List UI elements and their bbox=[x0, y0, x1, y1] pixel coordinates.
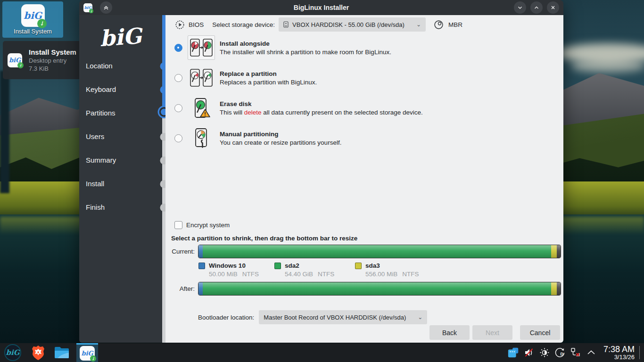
option-install-alongside[interactable]: Install alongside The installer will shr… bbox=[174, 35, 391, 60]
download-badge-icon: ↓ bbox=[37, 19, 47, 28]
svg-text:D: D bbox=[561, 352, 564, 356]
bootloader-value: Master Boot Record of VBOX HARDDISK (/de… bbox=[264, 314, 406, 321]
download-badge-icon: ↓ bbox=[17, 62, 24, 68]
cancel-button[interactable]: Cancel bbox=[520, 325, 560, 340]
option-description: The installer will shrink a partition to… bbox=[220, 49, 391, 56]
biglinux-menu-icon: biG bbox=[4, 344, 21, 361]
partition-segment-windows10[interactable] bbox=[198, 282, 203, 295]
radio-install-alongside[interactable] bbox=[174, 44, 182, 52]
window-icon: biG ↓ bbox=[83, 3, 92, 12]
encrypt-system-label: Encrypt system bbox=[186, 222, 230, 229]
after-partition-bar[interactable] bbox=[198, 282, 561, 296]
app-menu-button[interactable]: biG bbox=[4, 344, 22, 362]
taskbar-install-system-active[interactable]: biG ↓ bbox=[76, 343, 98, 362]
option-replace-partition[interactable]: Replace a partition Replaces a partition… bbox=[174, 66, 317, 90]
brave-browser-launcher[interactable] bbox=[29, 344, 47, 362]
partition-segment-windows10[interactable] bbox=[198, 245, 203, 258]
biglinux-installer-icon: biG ↓ bbox=[8, 53, 22, 67]
chevron-up-icon bbox=[533, 4, 540, 11]
encrypt-system-row[interactable]: Encrypt system bbox=[174, 221, 230, 229]
tray-network-disconnected-icon[interactable] bbox=[570, 346, 582, 359]
storage-device-value: VBOX HARDDISK - 55.00 GiB (/dev/sda) bbox=[292, 21, 405, 28]
tray-brightness-icon[interactable] bbox=[538, 346, 551, 359]
tray-widgets-icon[interactable] bbox=[507, 346, 520, 359]
option-title: Erase disk bbox=[220, 100, 423, 107]
option-manual-partitioning[interactable]: Manual partitioning You can create or re… bbox=[174, 126, 341, 150]
clock-time: 7:38 AM bbox=[603, 345, 635, 354]
partition-segment-sda3[interactable] bbox=[551, 245, 557, 258]
folder-icon bbox=[54, 346, 70, 359]
partition-segment-sda2[interactable] bbox=[203, 245, 551, 258]
option-description: This will delete all data currently pres… bbox=[220, 109, 423, 116]
legend-name: sda3 bbox=[365, 262, 380, 269]
delete-warning-text: delete bbox=[244, 109, 262, 116]
wallpaper-cloud bbox=[570, 59, 644, 73]
biglinux-sidebar-logo: biG bbox=[79, 22, 163, 53]
desktop-icon-tooltip: biG ↓ Install System Desktop entry 7.3 K… bbox=[3, 41, 80, 79]
close-button[interactable] bbox=[547, 1, 559, 14]
legend-item-sda3: sda3 556.00 MiBNTFS bbox=[355, 262, 419, 278]
legend-name: sda2 bbox=[285, 262, 299, 269]
legend-name: Windows 10 bbox=[209, 262, 246, 269]
tooltip-title: Install System bbox=[29, 48, 76, 56]
tray-expand-icon[interactable] bbox=[585, 346, 597, 359]
radio-erase-disk[interactable] bbox=[174, 104, 182, 112]
sidebar-step-summary: Summary bbox=[86, 155, 116, 165]
erase-disk-icon bbox=[188, 96, 215, 120]
current-partition-bar[interactable] bbox=[198, 245, 561, 258]
option-title: Replace a partition bbox=[220, 70, 317, 77]
shade-window-button[interactable] bbox=[100, 1, 112, 14]
next-button[interactable]: Next bbox=[472, 325, 512, 340]
option-erase-disk[interactable]: Erase disk This will delete all data cur… bbox=[174, 96, 423, 120]
replace-partition-icon bbox=[188, 66, 215, 90]
mbr-icon bbox=[433, 19, 444, 30]
biglinux-logo-text: biG bbox=[99, 23, 142, 51]
minimize-button[interactable] bbox=[514, 1, 526, 14]
storage-select-label: Select storage device: bbox=[212, 21, 275, 28]
sidebar-step-install: Install bbox=[86, 179, 104, 189]
partition-segment-sda3[interactable] bbox=[551, 282, 557, 295]
radio-manual-partitioning[interactable] bbox=[174, 134, 182, 142]
partition-legend: Windows 10 50.00 MiBNTFS sda2 54.40 GiBN… bbox=[198, 262, 430, 278]
radio-replace-partition[interactable] bbox=[174, 74, 182, 82]
installer-sidebar: biG Location Keyboard Partitions Users S… bbox=[79, 15, 162, 343]
manual-partitioning-icon bbox=[188, 126, 215, 150]
bios-label: BIOS bbox=[189, 21, 204, 28]
tray-disc-icon[interactable]: D bbox=[554, 346, 566, 359]
chevron-down-icon bbox=[517, 4, 523, 11]
desktop-icon-install-system[interactable]: biG ↓ Install System bbox=[2, 1, 63, 38]
option-title: Manual partitioning bbox=[220, 131, 341, 138]
legend-color-sda3 bbox=[355, 263, 362, 269]
option-description: Replaces a partition with BigLinux. bbox=[220, 79, 317, 86]
option-title: Install alongside bbox=[220, 40, 391, 47]
after-bar-label: After: bbox=[165, 285, 195, 292]
tray-audio-muted-icon[interactable] bbox=[523, 346, 535, 359]
taskbar-clock[interactable]: 7:38 AM 3/13/26 bbox=[603, 345, 635, 361]
partition-segment-end bbox=[557, 245, 561, 258]
file-manager-launcher[interactable] bbox=[53, 344, 71, 362]
resize-instruction: Select a partition to shrink, then drag … bbox=[171, 235, 357, 242]
double-chevron-up-icon bbox=[103, 4, 109, 11]
sidebar-step-partitions: Partitions bbox=[86, 108, 116, 118]
legend-color-sda2 bbox=[274, 263, 281, 269]
installer-window: biG ↓ BigLinux Installer bbox=[79, 0, 563, 343]
wallpaper-rocks bbox=[0, 71, 9, 193]
partitions-page: BIOS Select storage device: VBOX HARDDIS… bbox=[165, 15, 563, 343]
bootloader-select[interactable]: Master Boot Record of VBOX HARDDISK (/de… bbox=[259, 310, 427, 324]
progress-rail bbox=[162, 15, 165, 343]
desktop-icon-label: Install System bbox=[14, 28, 52, 35]
back-button[interactable]: Back bbox=[429, 325, 470, 340]
sidebar-step-finish: Finish bbox=[86, 202, 105, 213]
partition-segment-sda2[interactable] bbox=[203, 282, 551, 295]
option-description: You can create or resize partitions your… bbox=[220, 139, 341, 146]
storage-device-select[interactable]: VBOX HARDDISK - 55.00 GiB (/dev/sda) ⌄ bbox=[279, 17, 426, 32]
close-icon bbox=[550, 4, 556, 11]
partition-segment-end bbox=[557, 282, 561, 295]
window-titlebar[interactable]: biG ↓ BigLinux Installer bbox=[79, 0, 563, 15]
current-bar-label: Current: bbox=[165, 248, 195, 255]
chevron-down-icon: ⌄ bbox=[418, 314, 422, 321]
maximize-button[interactable] bbox=[530, 1, 543, 14]
encrypt-system-checkbox[interactable] bbox=[174, 221, 182, 229]
show-desktop-edge[interactable] bbox=[639, 346, 641, 359]
clock-date: 3/13/26 bbox=[603, 354, 635, 361]
